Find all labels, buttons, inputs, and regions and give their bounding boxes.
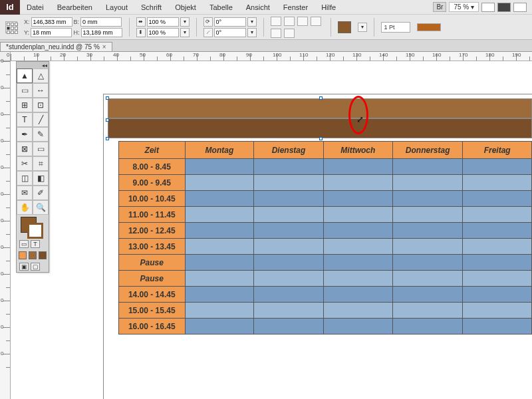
time-cell[interactable]: 16.00 - 16.45: [119, 319, 186, 334]
table-cell[interactable]: [323, 223, 392, 239]
menu-table[interactable]: Tabelle: [203, 3, 239, 11]
table-cell[interactable]: [323, 255, 392, 271]
formatting-text-icon[interactable]: T: [31, 240, 40, 248]
zoom-level-select[interactable]: 75 % ▾: [449, 2, 479, 12]
table-cell[interactable]: [393, 191, 463, 207]
time-cell[interactable]: Pause: [119, 255, 186, 271]
table-header[interactable]: Montag: [185, 142, 254, 159]
table-cell[interactable]: [185, 223, 254, 239]
scissors-tool[interactable]: ✂: [17, 156, 33, 171]
stroke-swatch-icon[interactable]: [27, 223, 43, 239]
hand-tool[interactable]: ✋: [17, 200, 33, 215]
time-cell[interactable]: 10.00 - 10.45: [119, 191, 186, 207]
table-cell[interactable]: [463, 207, 532, 223]
table-cell[interactable]: [185, 191, 254, 207]
view-option-icon[interactable]: [481, 3, 495, 12]
flip-h-icon[interactable]: [297, 17, 308, 26]
time-cell[interactable]: 12.00 - 12.45: [119, 223, 186, 239]
table-cell[interactable]: [463, 287, 532, 303]
scale-x-stepper[interactable]: ▾: [180, 17, 190, 27]
scale-y-input[interactable]: [147, 28, 179, 37]
table-cell[interactable]: [185, 207, 254, 223]
table-cell[interactable]: [393, 239, 463, 255]
table-cell[interactable]: [254, 207, 323, 223]
table-cell[interactable]: [185, 319, 254, 334]
y-input[interactable]: [31, 28, 72, 37]
table-cell[interactable]: [185, 159, 254, 175]
table-header[interactable]: Mittwoch: [323, 142, 392, 159]
close-icon[interactable]: ×: [102, 43, 106, 51]
table-cell[interactable]: [185, 303, 254, 319]
table-header[interactable]: Dienstag: [254, 142, 323, 159]
table-cell[interactable]: [463, 223, 532, 239]
table-header[interactable]: Donnerstag: [393, 142, 463, 159]
selection-tool[interactable]: ▲: [17, 68, 33, 83]
table-cell[interactable]: [463, 175, 532, 191]
table-cell[interactable]: [254, 159, 323, 175]
w-input[interactable]: [80, 17, 122, 27]
swatch-orange[interactable]: [19, 251, 27, 259]
table-cell[interactable]: [463, 255, 532, 271]
type-tool[interactable]: T: [17, 112, 33, 127]
table-cell[interactable]: [254, 287, 323, 303]
table-cell[interactable]: [463, 303, 532, 319]
shear-input[interactable]: [214, 28, 246, 37]
time-cell[interactable]: 14.00 - 14.45: [119, 287, 186, 303]
time-cell[interactable]: 13.00 - 13.45: [119, 239, 186, 255]
table-cell[interactable]: [393, 255, 463, 271]
x-input[interactable]: [31, 17, 72, 27]
shear-stepper[interactable]: ▾: [247, 28, 257, 37]
rotate-input[interactable]: [214, 17, 246, 27]
menu-edit[interactable]: Bearbeiten: [51, 3, 99, 11]
table-cell[interactable]: [393, 271, 463, 287]
timetable[interactable]: ZeitMontagDienstagMittwochDonnerstagFrei…: [118, 141, 532, 334]
table-header[interactable]: Freitag: [463, 142, 532, 159]
table-cell[interactable]: [254, 239, 323, 255]
menu-window[interactable]: Fenster: [277, 3, 315, 11]
table-cell[interactable]: [393, 223, 463, 239]
pen-tool[interactable]: ✒: [17, 127, 33, 142]
reference-point-picker[interactable]: [5, 21, 17, 33]
table-cell[interactable]: [185, 255, 254, 271]
menu-type[interactable]: Schrift: [134, 3, 168, 11]
table-cell[interactable]: [185, 175, 254, 191]
flip-v-icon[interactable]: [311, 17, 321, 26]
menu-object[interactable]: Objekt: [168, 3, 203, 11]
time-cell[interactable]: 9.00 - 9.45: [119, 175, 186, 191]
page-tool[interactable]: ▭: [17, 83, 33, 98]
table-cell[interactable]: [393, 175, 463, 191]
table-cell[interactable]: [393, 319, 463, 334]
table-cell[interactable]: [185, 271, 254, 287]
menu-layout[interactable]: Layout: [99, 3, 134, 11]
gradient-swatch-tool[interactable]: ◫: [17, 171, 33, 186]
swatch-brown-light[interactable]: [29, 251, 37, 259]
table-cell[interactable]: [393, 159, 463, 175]
table-cell[interactable]: [254, 191, 323, 207]
bridge-badge[interactable]: Br: [433, 2, 446, 12]
selection-handles[interactable]: [106, 96, 532, 140]
time-cell[interactable]: 11.00 - 11.45: [119, 207, 186, 223]
table-cell[interactable]: [323, 319, 392, 334]
table-cell[interactable]: [185, 239, 254, 255]
swatch-brown-dark[interactable]: [39, 251, 47, 259]
table-cell[interactable]: [323, 159, 392, 175]
menu-help[interactable]: Hilfe: [315, 3, 342, 11]
ruler-horizontal[interactable]: 0102030405060708090100110120130140150160…: [11, 52, 532, 61]
menu-view[interactable]: Ansicht: [239, 3, 277, 11]
table-cell[interactable]: [463, 271, 532, 287]
pathfinder-icon[interactable]: [284, 29, 295, 38]
rectangle-frame-tool[interactable]: ⊠: [17, 142, 33, 156]
tools-collapse-icon[interactable]: ◂◂: [17, 62, 49, 68]
menu-file[interactable]: Datei: [20, 3, 51, 11]
table-cell[interactable]: [254, 271, 323, 287]
document-tab[interactable]: *stundenplan_neu.indd @ 75 % ×: [0, 42, 112, 51]
h-input[interactable]: [81, 28, 122, 37]
table-cell[interactable]: [254, 175, 323, 191]
eyedropper-tool[interactable]: ✐: [33, 186, 49, 200]
scale-x-input[interactable]: [147, 17, 179, 27]
direct-selection-tool[interactable]: △: [33, 68, 49, 83]
line-tool[interactable]: ╱: [33, 112, 49, 127]
zoom-tool[interactable]: 🔍: [33, 200, 49, 215]
note-tool[interactable]: ✉: [17, 186, 33, 200]
arrange-docs-icon[interactable]: [513, 3, 527, 12]
